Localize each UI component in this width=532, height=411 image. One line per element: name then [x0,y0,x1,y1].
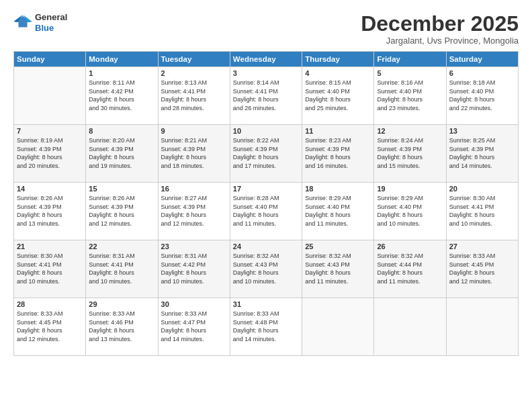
day-number: 20 [449,185,515,193]
day-cell: 11Sunrise: 8:23 AM Sunset: 4:39 PM Dayli… [302,125,374,183]
day-cell [374,298,446,356]
day-number: 3 [233,69,299,77]
day-number: 28 [17,300,83,308]
week-row-2: 14Sunrise: 8:26 AM Sunset: 4:39 PM Dayli… [14,183,519,240]
day-info: Sunrise: 8:20 AM Sunset: 4:39 PM Dayligh… [89,136,154,170]
day-info: Sunrise: 8:33 AM Sunset: 4:47 PM Dayligh… [161,310,227,343]
day-number: 26 [377,242,443,250]
week-row-0: 1Sunrise: 8:11 AM Sunset: 4:42 PM Daylig… [14,67,519,125]
day-info: Sunrise: 8:13 AM Sunset: 4:41 PM Dayligh… [161,79,227,112]
header-cell-thursday: Thursday [302,52,374,67]
day-number: 27 [449,242,515,250]
day-number: 15 [89,185,154,193]
day-number: 2 [161,69,227,77]
header-cell-tuesday: Tuesday [158,52,230,67]
day-cell: 6Sunrise: 8:18 AM Sunset: 4:40 PM Daylig… [446,67,518,125]
day-cell: 8Sunrise: 8:20 AM Sunset: 4:39 PM Daylig… [86,125,158,183]
day-cell: 3Sunrise: 8:14 AM Sunset: 4:41 PM Daylig… [230,67,302,125]
day-number: 30 [161,300,227,308]
location-subtitle: Jargalant, Uvs Province, Mongolia [361,36,519,46]
week-row-1: 7Sunrise: 8:19 AM Sunset: 4:39 PM Daylig… [14,125,519,183]
day-info: Sunrise: 8:29 AM Sunset: 4:40 PM Dayligh… [377,194,443,228]
day-cell: 12Sunrise: 8:24 AM Sunset: 4:39 PM Dayli… [374,125,446,183]
header-row: SundayMondayTuesdayWednesdayThursdayFrid… [14,52,519,67]
day-cell: 4Sunrise: 8:15 AM Sunset: 4:40 PM Daylig… [302,67,374,125]
logo-text: General Blue [35,12,67,33]
day-info: Sunrise: 8:18 AM Sunset: 4:40 PM Dayligh… [449,79,515,112]
header-cell-sunday: Sunday [14,52,86,67]
day-cell: 13Sunrise: 8:25 AM Sunset: 4:39 PM Dayli… [446,125,518,183]
day-info: Sunrise: 8:32 AM Sunset: 4:43 PM Dayligh… [305,252,371,285]
day-cell: 2Sunrise: 8:13 AM Sunset: 4:41 PM Daylig… [158,67,230,125]
day-cell [446,298,518,356]
calendar-header: SundayMondayTuesdayWednesdayThursdayFrid… [14,52,519,67]
day-info: Sunrise: 8:11 AM Sunset: 4:42 PM Dayligh… [89,79,154,112]
day-info: Sunrise: 8:14 AM Sunset: 4:41 PM Dayligh… [233,79,299,112]
day-cell [14,67,86,125]
page: General Blue December 2025 Jargalant, Uv… [0,0,532,411]
day-cell: 16Sunrise: 8:27 AM Sunset: 4:39 PM Dayli… [158,183,230,240]
day-number: 13 [449,127,515,135]
day-number: 11 [305,127,371,135]
day-info: Sunrise: 8:19 AM Sunset: 4:39 PM Dayligh… [17,136,83,170]
day-number: 8 [89,127,154,135]
day-info: Sunrise: 8:32 AM Sunset: 4:43 PM Dayligh… [233,252,299,285]
day-info: Sunrise: 8:33 AM Sunset: 4:45 PM Dayligh… [449,252,515,285]
day-number: 10 [233,127,299,135]
day-cell: 22Sunrise: 8:31 AM Sunset: 4:41 PM Dayli… [86,240,158,298]
day-number: 23 [161,242,227,250]
logo-blue: Blue [35,23,67,34]
day-info: Sunrise: 8:31 AM Sunset: 4:42 PM Dayligh… [161,252,227,285]
header-cell-saturday: Saturday [446,52,518,67]
day-cell: 18Sunrise: 8:29 AM Sunset: 4:40 PM Dayli… [302,183,374,240]
day-number: 24 [233,242,299,250]
day-cell: 7Sunrise: 8:19 AM Sunset: 4:39 PM Daylig… [14,125,86,183]
day-info: Sunrise: 8:29 AM Sunset: 4:40 PM Dayligh… [305,194,371,228]
day-cell [302,298,374,356]
week-row-3: 21Sunrise: 8:30 AM Sunset: 4:41 PM Dayli… [14,240,519,298]
logo: General Blue [13,12,67,33]
week-row-4: 28Sunrise: 8:33 AM Sunset: 4:45 PM Dayli… [14,298,519,356]
day-info: Sunrise: 8:27 AM Sunset: 4:39 PM Dayligh… [161,194,227,228]
day-info: Sunrise: 8:25 AM Sunset: 4:39 PM Dayligh… [449,136,515,170]
day-cell: 29Sunrise: 8:33 AM Sunset: 4:46 PM Dayli… [86,298,158,356]
day-number: 14 [17,185,83,193]
header-cell-wednesday: Wednesday [230,52,302,67]
day-cell: 9Sunrise: 8:21 AM Sunset: 4:39 PM Daylig… [158,125,230,183]
day-info: Sunrise: 8:28 AM Sunset: 4:40 PM Dayligh… [233,194,299,228]
header-cell-monday: Monday [86,52,158,67]
day-cell: 17Sunrise: 8:28 AM Sunset: 4:40 PM Dayli… [230,183,302,240]
day-number: 7 [17,127,83,135]
day-number: 5 [377,69,443,77]
header-cell-friday: Friday [374,52,446,67]
day-info: Sunrise: 8:15 AM Sunset: 4:40 PM Dayligh… [305,79,371,112]
title-block: December 2025 Jargalant, Uvs Province, M… [361,12,519,46]
day-info: Sunrise: 8:32 AM Sunset: 4:44 PM Dayligh… [377,252,443,285]
day-info: Sunrise: 8:23 AM Sunset: 4:39 PM Dayligh… [305,136,371,170]
day-info: Sunrise: 8:30 AM Sunset: 4:41 PM Dayligh… [449,194,515,228]
day-number: 9 [161,127,227,135]
day-number: 12 [377,127,443,135]
day-cell: 15Sunrise: 8:26 AM Sunset: 4:39 PM Dayli… [86,183,158,240]
day-number: 18 [305,185,371,193]
day-cell: 1Sunrise: 8:11 AM Sunset: 4:42 PM Daylig… [86,67,158,125]
day-number: 25 [305,242,371,250]
day-info: Sunrise: 8:33 AM Sunset: 4:48 PM Dayligh… [233,310,299,343]
day-info: Sunrise: 8:33 AM Sunset: 4:45 PM Dayligh… [17,310,83,343]
day-cell: 20Sunrise: 8:30 AM Sunset: 4:41 PM Dayli… [446,183,518,240]
day-info: Sunrise: 8:31 AM Sunset: 4:41 PM Dayligh… [89,252,154,285]
day-info: Sunrise: 8:16 AM Sunset: 4:40 PM Dayligh… [377,79,443,112]
day-number: 6 [449,69,515,77]
day-cell: 28Sunrise: 8:33 AM Sunset: 4:45 PM Dayli… [14,298,86,356]
logo-icon [13,13,32,32]
month-title: December 2025 [361,12,519,36]
day-cell: 26Sunrise: 8:32 AM Sunset: 4:44 PM Dayli… [374,240,446,298]
day-cell: 10Sunrise: 8:22 AM Sunset: 4:39 PM Dayli… [230,125,302,183]
day-number: 4 [305,69,371,77]
day-cell: 19Sunrise: 8:29 AM Sunset: 4:40 PM Dayli… [374,183,446,240]
day-info: Sunrise: 8:33 AM Sunset: 4:46 PM Dayligh… [89,310,154,343]
day-number: 31 [233,300,299,308]
logo-general: General [35,12,67,23]
day-info: Sunrise: 8:24 AM Sunset: 4:39 PM Dayligh… [377,136,443,170]
header: General Blue December 2025 Jargalant, Uv… [13,12,519,46]
